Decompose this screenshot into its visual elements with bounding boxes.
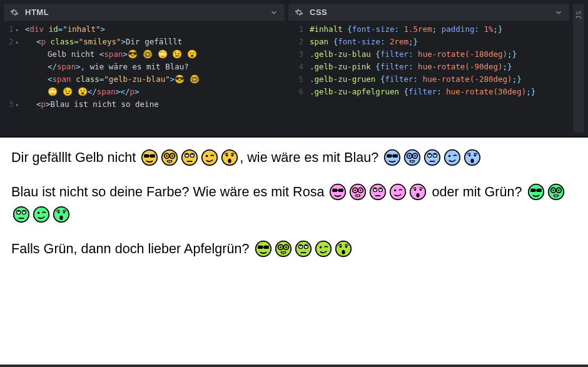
svg-point-0: [142, 150, 158, 166]
editor-row: HTML 1▾2▾ 3▾ <div id="inhalt"><p class="…: [0, 0, 588, 136]
smiley-group-pink: [328, 184, 428, 199]
svg-point-108: [295, 241, 311, 257]
svg-rect-97: [258, 246, 263, 249]
chevron-down-icon[interactable]: [270, 8, 278, 17]
svg-point-88: [23, 211, 25, 213]
svg-point-15: [186, 153, 188, 155]
svg-point-72: [528, 184, 544, 199]
svg-point-57: [360, 189, 362, 191]
svg-point-80: [552, 189, 554, 191]
css-editor[interactable]: 123456 #inhalt {font-size: 1.5rem; paddi…: [288, 21, 569, 133]
svg-rect-73: [530, 188, 535, 191]
svg-rect-11: [170, 160, 171, 163]
svg-point-90: [34, 207, 49, 223]
svg-point-81: [558, 189, 560, 191]
svg-point-84: [14, 207, 29, 223]
svg-rect-1: [144, 154, 149, 158]
svg-point-4: [162, 150, 178, 166]
html-pane-title: HTML: [25, 8, 49, 17]
svg-point-76: [548, 184, 564, 199]
svg-rect-99: [262, 247, 265, 248]
svg-rect-107: [283, 251, 285, 254]
svg-point-9: [171, 155, 173, 157]
svg-point-48: [330, 184, 346, 199]
chevron-down-icon[interactable]: [554, 8, 563, 17]
svg-point-117: [339, 246, 342, 248]
svg-point-91: [38, 212, 40, 214]
svg-point-60: [370, 184, 386, 199]
html-pane: HTML 1▾2▾ 3▾ <div id="inhalt"><p class="…: [4, 4, 285, 133]
svg-point-19: [206, 155, 208, 158]
gear-icon[interactable]: [10, 8, 19, 17]
svg-point-16: [191, 153, 193, 155]
js-pane-collapsed[interactable]: JS: [573, 4, 584, 133]
preview-text: oder mit Grün?: [432, 184, 525, 199]
html-pane-header: HTML: [4, 4, 285, 21]
smiley-group-yellow: [139, 149, 240, 165]
svg-point-115: [319, 246, 322, 249]
svg-point-40: [434, 153, 436, 155]
svg-point-112: [305, 245, 307, 247]
svg-point-100: [275, 241, 291, 257]
svg-point-71: [417, 193, 420, 197]
svg-point-39: [429, 153, 431, 155]
svg-rect-25: [387, 154, 392, 158]
svg-rect-49: [333, 188, 338, 191]
smiley-group-applegreen: [253, 241, 353, 256]
svg-point-28: [405, 150, 420, 166]
svg-point-8: [166, 155, 168, 157]
svg-point-32: [409, 155, 411, 157]
css-pane-header: CSS: [288, 4, 569, 21]
bottom-divider: [0, 364, 588, 367]
svg-rect-27: [392, 156, 394, 157]
svg-point-24: [385, 150, 400, 166]
svg-point-21: [226, 154, 228, 157]
svg-point-105: [285, 246, 287, 248]
svg-point-52: [350, 184, 366, 199]
svg-point-23: [228, 159, 231, 163]
svg-rect-51: [337, 189, 340, 191]
svg-rect-50: [338, 188, 343, 191]
preview-text: Falls Grün, dann doch lieber Apfelgrün?: [11, 241, 253, 256]
svg-point-36: [425, 150, 440, 166]
svg-point-33: [414, 155, 416, 157]
svg-point-93: [58, 211, 60, 214]
css-pane-title: CSS: [310, 8, 327, 17]
gear-icon[interactable]: [295, 8, 303, 17]
svg-point-95: [59, 216, 63, 220]
svg-point-56: [355, 189, 357, 191]
svg-rect-26: [393, 154, 398, 158]
svg-rect-59: [358, 194, 360, 197]
svg-point-96: [255, 241, 271, 257]
smiley-group-blue: [382, 149, 482, 165]
svg-point-70: [420, 188, 422, 191]
svg-point-18: [202, 150, 218, 166]
svg-rect-98: [263, 246, 268, 249]
preview-text: Blau ist nicht so deine Farbe? Wie wäre …: [11, 184, 328, 199]
svg-point-47: [471, 159, 474, 163]
svg-rect-75: [535, 189, 537, 191]
svg-point-63: [375, 188, 377, 189]
css-pane: CSS 123456 #inhalt {font-size: 1.5rem; p…: [288, 4, 569, 133]
svg-rect-83: [556, 194, 558, 197]
svg-rect-3: [148, 156, 151, 157]
svg-point-22: [231, 154, 234, 157]
svg-point-94: [63, 211, 66, 214]
svg-point-66: [390, 184, 406, 199]
svg-point-114: [315, 241, 331, 257]
svg-point-67: [394, 189, 397, 191]
preview-pane: Dir gefälllt Gelb nicht , wie wäre es mi…: [0, 138, 588, 366]
svg-point-111: [300, 245, 302, 247]
svg-point-118: [345, 246, 347, 248]
html-editor[interactable]: 1▾2▾ 3▾ <div id="inhalt"><p class="smile…: [4, 21, 285, 133]
svg-point-64: [380, 188, 382, 189]
preview-text: , wie wäre es mit Blau?: [240, 149, 382, 165]
js-pane-title: JS: [575, 10, 583, 19]
svg-point-45: [469, 154, 471, 157]
svg-point-104: [280, 246, 281, 248]
svg-point-46: [474, 154, 477, 157]
svg-point-12: [182, 150, 198, 166]
svg-rect-2: [150, 154, 155, 158]
svg-rect-74: [536, 188, 541, 191]
svg-point-87: [18, 211, 19, 213]
